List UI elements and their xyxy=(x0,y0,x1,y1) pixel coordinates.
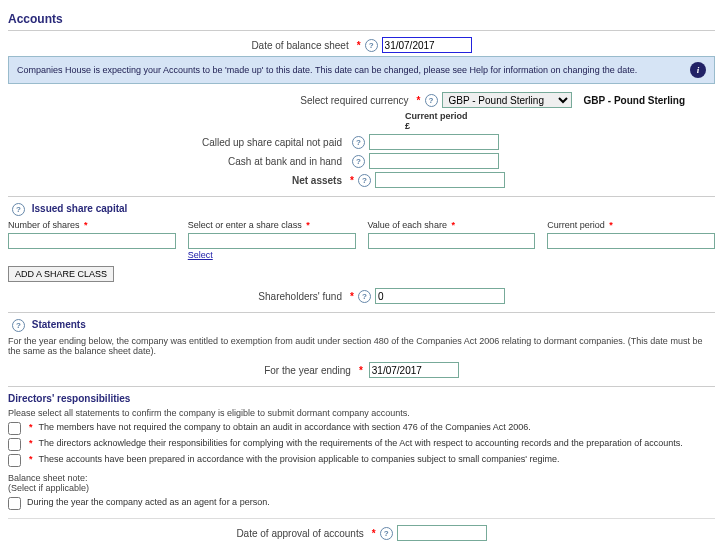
help-icon[interactable]: ? xyxy=(358,290,371,303)
year-ending-label: For the year ending xyxy=(264,365,357,376)
currency-select[interactable]: GBP - Pound Sterling xyxy=(442,92,572,108)
help-icon[interactable]: ? xyxy=(12,319,25,332)
share-class-label: Select or enter a share class xyxy=(188,220,302,230)
share-capital-title: ? Issued share capital xyxy=(8,203,715,216)
num-shares-input[interactable] xyxy=(8,233,176,249)
cash-input[interactable] xyxy=(369,153,499,169)
required-asterisk: * xyxy=(417,95,421,106)
required-asterisk: * xyxy=(372,528,376,539)
shareholders-fund-input[interactable] xyxy=(375,288,505,304)
help-icon[interactable]: ? xyxy=(380,527,393,540)
year-ending-input[interactable] xyxy=(369,362,459,378)
responsibilities-intro: Please select all statements to confirm … xyxy=(8,408,715,418)
current-period-col-label: Current period xyxy=(547,220,605,230)
select-link[interactable]: Select xyxy=(188,250,213,260)
help-icon[interactable]: ? xyxy=(352,155,365,168)
current-period-label: Current period £ xyxy=(405,111,565,131)
help-icon[interactable]: ? xyxy=(358,174,371,187)
info-bar: Companies House is expecting your Accoun… xyxy=(8,56,715,84)
value-each-input[interactable] xyxy=(368,233,536,249)
currency-label: Select required currency xyxy=(95,95,415,106)
approval-date-label: Date of approval of accounts xyxy=(236,528,369,539)
value-each-label: Value of each share xyxy=(368,220,447,230)
info-icon[interactable]: i xyxy=(690,62,706,78)
called-up-label: Called up share capital not paid xyxy=(8,137,348,148)
statement-2-checkbox[interactable] xyxy=(8,438,21,451)
help-icon[interactable]: ? xyxy=(12,203,25,216)
add-share-class-button[interactable]: ADD A SHARE CLASS xyxy=(8,266,114,282)
balance-date-input[interactable] xyxy=(382,37,472,53)
net-assets-input[interactable] xyxy=(375,172,505,188)
num-shares-label: Number of shares xyxy=(8,220,80,230)
statement-1-text: The members have not required the compan… xyxy=(39,422,531,432)
page-title: Accounts xyxy=(8,8,715,31)
cash-label: Cash at bank and in hand xyxy=(8,156,348,167)
statements-title: ? Statements xyxy=(8,319,715,332)
shareholders-fund-label: Shareholders' fund xyxy=(8,291,348,302)
statement-3-checkbox[interactable] xyxy=(8,454,21,467)
required-asterisk: * xyxy=(359,365,363,376)
called-up-input[interactable] xyxy=(369,134,499,150)
approval-date-input[interactable] xyxy=(397,525,487,541)
required-asterisk: * xyxy=(350,175,354,186)
help-icon[interactable]: ? xyxy=(365,39,378,52)
current-period-input[interactable] xyxy=(547,233,715,249)
statements-intro: For the year ending below, the company w… xyxy=(8,336,715,356)
balance-date-label: Date of balance sheet xyxy=(251,40,354,51)
statement-3-text: These accounts have been prepared in acc… xyxy=(39,454,560,464)
agent-checkbox[interactable] xyxy=(8,497,21,510)
info-text: Companies House is expecting your Accoun… xyxy=(17,65,637,75)
agent-text: During the year the company acted as an … xyxy=(27,497,270,507)
currency-display: GBP - Pound Sterling xyxy=(584,95,685,106)
balance-note-sub: (Select if applicable) xyxy=(8,483,89,493)
share-class-input[interactable] xyxy=(188,233,356,249)
responsibilities-title: Directors' responsibilities xyxy=(8,393,715,404)
balance-note-label: Balance sheet note: xyxy=(8,473,88,483)
statement-1-checkbox[interactable] xyxy=(8,422,21,435)
help-icon[interactable]: ? xyxy=(352,136,365,149)
statement-2-text: The directors acknowledge their responsi… xyxy=(39,438,683,448)
help-icon[interactable]: ? xyxy=(425,94,438,107)
required-asterisk: * xyxy=(350,291,354,302)
net-assets-label: Net assets xyxy=(8,175,348,186)
required-asterisk: * xyxy=(357,40,361,51)
